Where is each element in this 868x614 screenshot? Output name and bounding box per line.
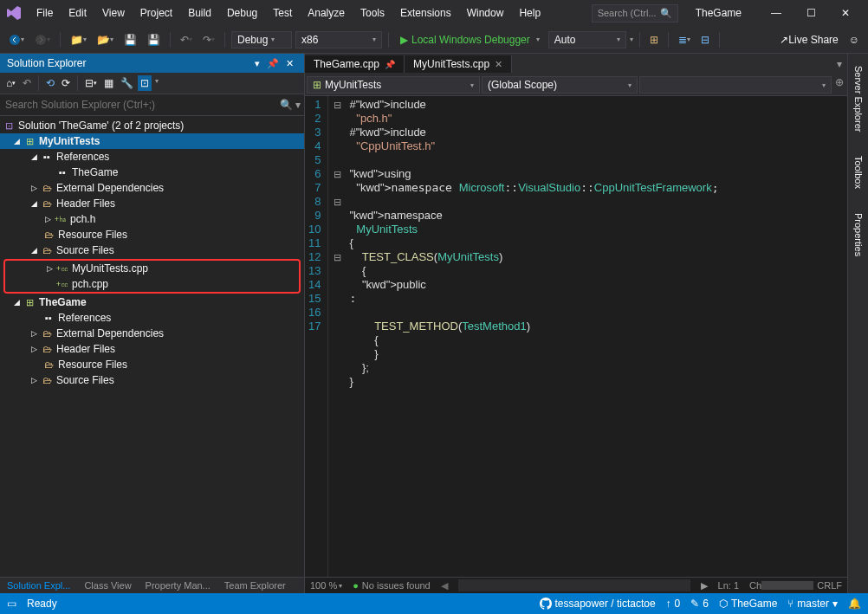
panel-close-button[interactable]: ✕ (282, 58, 297, 69)
menu-debug[interactable]: Debug (220, 3, 264, 23)
references-node[interactable]: ◢▪▪References (0, 149, 304, 165)
cursor-line[interactable]: Ln: 1 (718, 580, 739, 591)
vs-logo-icon (5, 4, 23, 22)
nav-scope-dropdown[interactable]: (Global Scope)▾ (482, 76, 638, 94)
file-pch-h[interactable]: ▷+㏊pch.h (0, 211, 304, 227)
output-icon[interactable]: ▭ (7, 598, 16, 610)
nav-next[interactable]: ▶ (701, 580, 708, 591)
horizontal-scrollbar[interactable] (458, 579, 690, 591)
tab-server-explorer[interactable]: Server Explorer (852, 62, 865, 135)
edit-count[interactable]: ✎ 6 (690, 598, 709, 610)
header-files-node-2[interactable]: ▷🗁Header Files (0, 341, 304, 357)
live-share-button[interactable]: ↗ Live Share (776, 31, 841, 48)
se-home-button[interactable]: ⌂▾ (3, 75, 18, 91)
se-show-all-button[interactable]: ▦ (101, 75, 116, 91)
file-myunittests-cpp[interactable]: ▷+㏄MyUnitTests.cpp (5, 261, 299, 276)
menu-test[interactable]: Test (266, 3, 299, 23)
se-back-button[interactable]: ↶ (20, 75, 34, 91)
autos-dropdown[interactable]: Auto▾ (548, 31, 626, 48)
se-preview-button[interactable]: ⊡ (138, 75, 152, 91)
external-deps-node-2[interactable]: ▷🗁External Dependencies (0, 326, 304, 341)
menu-build[interactable]: Build (181, 3, 218, 23)
project-myunittests[interactable]: ◢⊞MyUnitTests (0, 133, 304, 149)
se-properties-button[interactable]: 🔧 (118, 75, 136, 91)
menu-edit[interactable]: Edit (62, 3, 94, 23)
menu-view[interactable]: View (95, 3, 132, 23)
se-refresh-button[interactable]: ⟳ (59, 75, 73, 91)
menu-tools[interactable]: Tools (353, 3, 392, 23)
reference-thegame[interactable]: ▪▪TheGame (0, 165, 304, 180)
nav-prev[interactable]: ◀ (441, 580, 448, 591)
editor-tab-thegame[interactable]: TheGame.cpp📌 (305, 55, 405, 73)
se-search-input[interactable] (3, 97, 280, 113)
new-project-button[interactable]: 📁▾ (67, 31, 90, 48)
header-files-node[interactable]: ◢🗁Header Files (0, 196, 304, 211)
nav-back-button[interactable]: ▾ (5, 31, 28, 48)
resource-files-node-2[interactable]: 🗁Resource Files (0, 357, 304, 372)
menu-project[interactable]: Project (133, 3, 179, 23)
code-editor[interactable]: #"kwd">include "pch.h"#"kwd">include "Cp… (346, 96, 847, 577)
source-files-node[interactable]: ◢🗁Source Files (0, 242, 304, 258)
bottom-tab-team[interactable]: Team Explorer (217, 578, 293, 593)
config-dropdown[interactable]: Debug▾ (231, 31, 292, 48)
external-deps-node[interactable]: ▷🗁External Dependencies (0, 180, 304, 196)
editor-tab-myunittests[interactable]: MyUnitTests.cpp✕ (405, 55, 512, 73)
tb-misc-1[interactable]: ⊞ (646, 31, 662, 48)
highlighted-files: ▷+㏄MyUnitTests.cpp +㏄pch.cpp (3, 259, 301, 294)
split-button[interactable]: ⊕ (833, 76, 845, 94)
menu-analyze[interactable]: Analyze (301, 3, 352, 23)
platform-dropdown[interactable]: x86▾ (295, 31, 382, 48)
status-ready: Ready (27, 598, 57, 610)
app-title: TheGame (678, 7, 759, 19)
save-all-button[interactable]: 💾 (144, 31, 164, 48)
start-debugging-button[interactable]: ▶ Local Windows Debugger▾ (395, 32, 545, 48)
tab-dropdown-button[interactable]: ▾ (832, 58, 847, 70)
panel-dropdown-button[interactable]: ▾ (251, 58, 263, 69)
zoom-control[interactable]: 100 %▾ (310, 580, 342, 591)
check-icon: ● (353, 580, 359, 591)
active-project[interactable]: ⬡ TheGame (719, 598, 777, 610)
tb-misc-3[interactable]: ⊟ (697, 31, 713, 48)
nav-forward-button[interactable]: ▾ (31, 31, 54, 48)
fold-margin[interactable]: ⊟⊟⊟⊟ (328, 96, 346, 577)
menu-help[interactable]: Help (512, 3, 547, 23)
source-files-node-2[interactable]: ▷🗁Source Files (0, 372, 304, 388)
menu-window[interactable]: Window (460, 3, 511, 23)
close-button[interactable]: ✕ (828, 1, 863, 25)
se-sync-button[interactable]: ⟲ (43, 75, 57, 91)
resource-files-node[interactable]: 🗁Resource Files (0, 227, 304, 242)
push-count[interactable]: ↑ 0 (666, 598, 681, 610)
bottom-tab-class[interactable]: Class View (77, 578, 138, 593)
solution-node[interactable]: ⊡Solution 'TheGame' (2 of 2 projects) (0, 118, 304, 133)
tab-toolbox[interactable]: Toolbox (852, 152, 865, 192)
bottom-tab-property[interactable]: Property Man... (139, 578, 217, 593)
nav-member-dropdown[interactable]: ▾ (639, 76, 832, 94)
se-collapse-button[interactable]: ⊟▾ (82, 75, 100, 91)
bottom-tab-solution[interactable]: Solution Expl... (0, 578, 77, 593)
save-button[interactable]: 💾 (120, 31, 140, 48)
file-pch-cpp[interactable]: +㏄pch.cpp (5, 276, 299, 292)
issues-status[interactable]: No issues found (362, 580, 431, 591)
pin-icon[interactable]: 📌 (385, 60, 395, 69)
notifications-icon[interactable]: 🔔 (848, 598, 861, 610)
references-node-2[interactable]: ▪▪References (0, 310, 304, 326)
branch-name[interactable]: ⑂ master ▾ (787, 598, 838, 610)
open-file-button[interactable]: 📂▾ (94, 31, 117, 48)
project-thegame[interactable]: ◢⊞TheGame (0, 294, 304, 310)
undo-button[interactable]: ↶▾ (177, 31, 196, 48)
line-ending[interactable]: CRLF (817, 580, 842, 591)
panel-pin-button[interactable]: 📌 (263, 58, 282, 69)
tb-misc-2[interactable]: ≣▾ (675, 31, 694, 48)
nav-project-dropdown[interactable]: ⊞MyUnitTests▾ (307, 76, 480, 94)
tab-properties[interactable]: Properties (852, 210, 865, 260)
close-tab-icon[interactable]: ✕ (495, 59, 502, 70)
github-repo[interactable]: tessapower / tictactoe (540, 598, 656, 610)
maximize-button[interactable]: ☐ (794, 1, 828, 25)
feedback-button[interactable]: ☺ (845, 31, 863, 48)
minimize-button[interactable]: — (759, 1, 794, 25)
redo-button[interactable]: ↷▾ (199, 31, 218, 48)
line-numbers: 1234567891011121314151617 (305, 96, 328, 577)
menu-file[interactable]: File (29, 3, 60, 23)
menu-extensions[interactable]: Extensions (393, 3, 458, 23)
quick-search-input[interactable]: Search (Ctrl... 🔍 (592, 4, 678, 23)
